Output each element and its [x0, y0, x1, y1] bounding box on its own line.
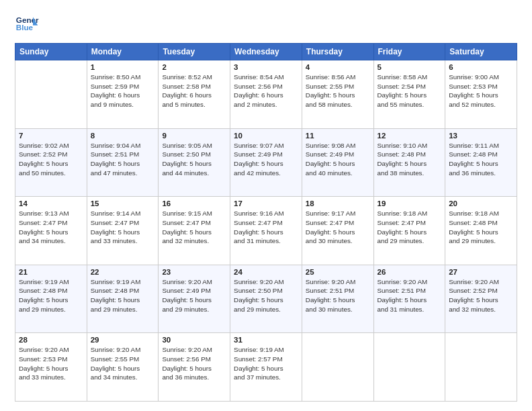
calendar-cell: [445, 333, 517, 402]
day-number: 1: [91, 63, 155, 71]
day-number: 17: [234, 199, 298, 208]
day-number: 11: [306, 132, 370, 140]
day-info: Sunrise: 8:54 AMSunset: 2:56 PMDaylight:…: [234, 73, 298, 109]
day-number: 10: [234, 132, 298, 140]
day-info: Sunrise: 8:56 AMSunset: 2:55 PMDaylight:…: [306, 73, 370, 109]
day-info: Sunrise: 9:07 AMSunset: 2:49 PMDaylight:…: [234, 141, 298, 178]
calendar-cell: 22Sunrise: 9:19 AMSunset: 2:48 PMDayligh…: [87, 265, 159, 333]
day-info: Sunrise: 9:13 AMSunset: 2:47 PMDaylight:…: [19, 209, 83, 246]
day-info: Sunrise: 9:19 AMSunset: 2:48 PMDaylight:…: [19, 277, 83, 314]
day-info: Sunrise: 9:05 AMSunset: 2:50 PMDaylight:…: [162, 141, 226, 178]
day-number: 18: [306, 199, 370, 208]
day-info: Sunrise: 9:20 AMSunset: 2:53 PMDaylight:…: [19, 345, 83, 382]
day-header-saturday: Saturday: [445, 44, 517, 60]
calendar-cell: [15, 60, 87, 129]
calendar-cell: 12Sunrise: 9:10 AMSunset: 2:48 PMDayligh…: [373, 128, 445, 197]
day-info: Sunrise: 9:20 AMSunset: 2:49 PMDaylight:…: [162, 277, 226, 314]
day-number: 14: [19, 199, 83, 208]
day-number: 2: [162, 63, 226, 71]
day-info: Sunrise: 9:15 AMSunset: 2:47 PMDaylight:…: [162, 209, 226, 246]
calendar-cell: 29Sunrise: 9:20 AMSunset: 2:55 PMDayligh…: [87, 333, 159, 402]
day-header-sunday: Sunday: [15, 44, 87, 60]
calendar-cell: 14Sunrise: 9:13 AMSunset: 2:47 PMDayligh…: [15, 197, 87, 265]
day-number: 9: [162, 132, 226, 140]
day-info: Sunrise: 9:11 AMSunset: 2:48 PMDaylight:…: [449, 141, 513, 178]
day-info: Sunrise: 9:00 AMSunset: 2:53 PMDaylight:…: [449, 73, 513, 109]
calendar-week-5: 28Sunrise: 9:20 AMSunset: 2:53 PMDayligh…: [15, 333, 517, 402]
day-info: Sunrise: 9:18 AMSunset: 2:47 PMDaylight:…: [378, 209, 442, 246]
day-info: Sunrise: 8:52 AMSunset: 2:58 PMDaylight:…: [162, 73, 226, 109]
day-header-wednesday: Wednesday: [230, 44, 302, 60]
day-number: 22: [91, 268, 155, 276]
calendar-week-4: 21Sunrise: 9:19 AMSunset: 2:48 PMDayligh…: [15, 265, 517, 333]
calendar-cell: 3Sunrise: 8:54 AMSunset: 2:56 PMDaylight…: [230, 60, 302, 129]
day-info: Sunrise: 9:02 AMSunset: 2:52 PMDaylight:…: [19, 141, 83, 178]
day-number: 20: [449, 199, 513, 208]
day-number: 21: [19, 268, 83, 276]
day-info: Sunrise: 9:19 AMSunset: 2:48 PMDaylight:…: [91, 277, 155, 314]
calendar-cell: [373, 333, 445, 402]
calendar-cell: 17Sunrise: 9:16 AMSunset: 2:47 PMDayligh…: [230, 197, 302, 265]
calendar-cell: 16Sunrise: 9:15 AMSunset: 2:47 PMDayligh…: [159, 197, 230, 265]
day-header-tuesday: Tuesday: [159, 44, 230, 60]
svg-text:Blue: Blue: [16, 23, 34, 32]
calendar-cell: 28Sunrise: 9:20 AMSunset: 2:53 PMDayligh…: [15, 333, 87, 402]
calendar-cell: 7Sunrise: 9:02 AMSunset: 2:52 PMDaylight…: [15, 128, 87, 197]
day-number: 25: [306, 268, 370, 276]
calendar-cell: 23Sunrise: 9:20 AMSunset: 2:49 PMDayligh…: [159, 265, 230, 333]
day-info: Sunrise: 9:20 AMSunset: 2:56 PMDaylight:…: [162, 345, 226, 382]
day-header-monday: Monday: [87, 44, 159, 60]
day-info: Sunrise: 9:04 AMSunset: 2:51 PMDaylight:…: [91, 141, 155, 178]
day-info: Sunrise: 9:17 AMSunset: 2:47 PMDaylight:…: [306, 209, 370, 246]
calendar-week-3: 14Sunrise: 9:13 AMSunset: 2:47 PMDayligh…: [15, 197, 517, 265]
day-number: 26: [378, 268, 442, 276]
day-number: 27: [449, 268, 513, 276]
day-number: 12: [378, 132, 442, 140]
day-info: Sunrise: 9:20 AMSunset: 2:51 PMDaylight:…: [378, 277, 442, 314]
day-info: Sunrise: 9:20 AMSunset: 2:55 PMDaylight:…: [91, 345, 155, 382]
calendar-week-2: 7Sunrise: 9:02 AMSunset: 2:52 PMDaylight…: [15, 128, 517, 197]
day-info: Sunrise: 9:16 AMSunset: 2:47 PMDaylight:…: [234, 209, 298, 246]
day-info: Sunrise: 9:20 AMSunset: 2:50 PMDaylight:…: [234, 277, 298, 314]
day-number: 28: [19, 336, 83, 344]
day-number: 24: [234, 268, 298, 276]
calendar-cell: 19Sunrise: 9:18 AMSunset: 2:47 PMDayligh…: [373, 197, 445, 265]
day-header-thursday: Thursday: [302, 44, 373, 60]
day-number: 30: [162, 336, 226, 344]
page-header: General Blue: [15, 12, 517, 36]
calendar-cell: 1Sunrise: 8:50 AMSunset: 2:59 PMDaylight…: [87, 60, 159, 129]
day-number: 5: [378, 63, 442, 71]
day-number: 31: [234, 336, 298, 344]
calendar-cell: 11Sunrise: 9:08 AMSunset: 2:49 PMDayligh…: [302, 128, 373, 197]
day-number: 29: [91, 336, 155, 344]
calendar-cell: 8Sunrise: 9:04 AMSunset: 2:51 PMDaylight…: [87, 128, 159, 197]
day-info: Sunrise: 9:10 AMSunset: 2:48 PMDaylight:…: [378, 141, 442, 178]
calendar-cell: 21Sunrise: 9:19 AMSunset: 2:48 PMDayligh…: [15, 265, 87, 333]
calendar-cell: 18Sunrise: 9:17 AMSunset: 2:47 PMDayligh…: [302, 197, 373, 265]
day-info: Sunrise: 9:19 AMSunset: 2:57 PMDaylight:…: [234, 345, 298, 382]
calendar-cell: 15Sunrise: 9:14 AMSunset: 2:47 PMDayligh…: [87, 197, 159, 265]
calendar-cell: 4Sunrise: 8:56 AMSunset: 2:55 PMDaylight…: [302, 60, 373, 129]
calendar-week-1: 1Sunrise: 8:50 AMSunset: 2:59 PMDaylight…: [15, 60, 517, 129]
day-number: 15: [91, 199, 155, 208]
calendar-cell: 24Sunrise: 9:20 AMSunset: 2:50 PMDayligh…: [230, 265, 302, 333]
calendar-cell: 6Sunrise: 9:00 AMSunset: 2:53 PMDaylight…: [445, 60, 517, 129]
day-number: 6: [449, 63, 513, 71]
calendar-cell: 20Sunrise: 9:18 AMSunset: 2:48 PMDayligh…: [445, 197, 517, 265]
day-info: Sunrise: 9:14 AMSunset: 2:47 PMDaylight:…: [91, 209, 155, 246]
day-info: Sunrise: 9:08 AMSunset: 2:49 PMDaylight:…: [306, 141, 370, 178]
day-header-friday: Friday: [373, 44, 445, 60]
calendar-cell: 9Sunrise: 9:05 AMSunset: 2:50 PMDaylight…: [159, 128, 230, 197]
day-number: 8: [91, 132, 155, 140]
day-info: Sunrise: 9:18 AMSunset: 2:48 PMDaylight:…: [449, 209, 513, 246]
calendar-cell: [302, 333, 373, 402]
day-info: Sunrise: 8:58 AMSunset: 2:54 PMDaylight:…: [378, 73, 442, 109]
logo: General Blue: [15, 12, 39, 36]
day-info: Sunrise: 9:20 AMSunset: 2:52 PMDaylight:…: [449, 277, 513, 314]
day-number: 13: [449, 132, 513, 140]
calendar: SundayMondayTuesdayWednesdayThursdayFrid…: [15, 43, 517, 402]
day-number: 19: [378, 199, 442, 208]
day-info: Sunrise: 8:50 AMSunset: 2:59 PMDaylight:…: [91, 73, 155, 109]
day-number: 23: [162, 268, 226, 276]
calendar-header-row: SundayMondayTuesdayWednesdayThursdayFrid…: [15, 44, 517, 60]
